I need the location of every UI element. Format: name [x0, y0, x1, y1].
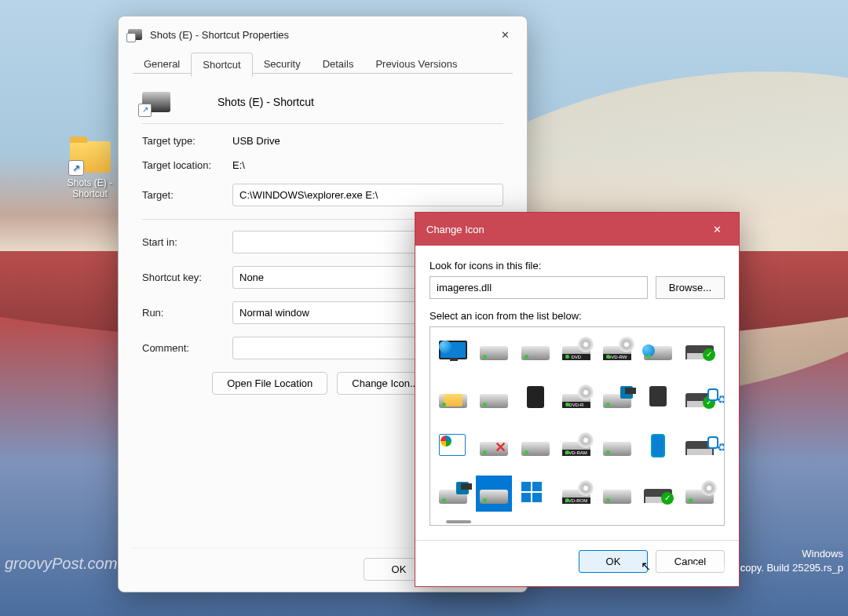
change-icon-title: Change Icon — [426, 224, 706, 235]
icon-drive-selected[interactable] — [476, 476, 512, 512]
browse-button[interactable]: Browse... — [656, 276, 725, 299]
titlebar[interactable]: Shots (E) - Shortcut Properties ✕ — [119, 16, 527, 46]
icon-printer-check[interactable]: ✓ — [682, 332, 718, 368]
icon-drive-save[interactable] — [599, 380, 635, 416]
icon-windows[interactable] — [517, 476, 554, 512]
icon-dvd-rw[interactable]: DVD-RW — [599, 332, 635, 368]
tab-shortcut[interactable]: Shortcut — [191, 53, 252, 77]
label-start-in: Start in: — [142, 236, 232, 248]
label-target-location: Target location: — [142, 159, 232, 171]
label-look-for-icons: Look for icons in this file: — [429, 260, 725, 272]
label-shortcut-key: Shortcut key: — [142, 272, 232, 283]
icon-printer-check-2[interactable]: ✓ — [640, 476, 676, 512]
icon-drive-small[interactable] — [599, 428, 635, 464]
icon-drive-alt[interactable] — [517, 428, 554, 464]
scrollbar-thumb[interactable] — [446, 520, 471, 523]
icon-drive-folder[interactable] — [435, 380, 471, 416]
icon-camera[interactable] — [640, 380, 676, 416]
icon-dvd-rom[interactable]: DVD-ROM — [558, 476, 594, 512]
change-icon-dialog: Change Icon ✕ Look for icons in this fil… — [415, 212, 740, 587]
icon-drive-bottom[interactable] — [599, 476, 635, 512]
icon-dvd[interactable]: DVD — [558, 332, 594, 368]
label-target-type: Target type: — [142, 135, 232, 147]
change-icon-ok-button[interactable]: OK — [579, 550, 648, 573]
label-select-icon: Select an icon from the list below: — [429, 310, 725, 322]
value-target-location: E:\ — [232, 159, 245, 171]
folder-shortcut-icon: ↗ — [70, 141, 111, 174]
icon-drive-plain[interactable] — [476, 380, 512, 416]
icon-list[interactable]: DVD DVD-RW ✓ DVD-R ✓ ✕ DVD-RAM DVD-ROM — [429, 326, 725, 526]
icon-phone[interactable] — [640, 428, 676, 464]
open-file-location-button[interactable]: Open File Location — [212, 372, 327, 395]
icon-printer-recycle-2[interactable] — [682, 428, 718, 464]
label-comment: Comment: — [142, 342, 232, 354]
desktop-shortcut[interactable]: ↗ Shots (E) - Shortcut — [57, 141, 123, 199]
icon-drive[interactable] — [517, 332, 554, 368]
icon-dvd-ram[interactable]: DVD-RAM — [558, 428, 594, 464]
header-title: Shots (E) - Shortcut — [217, 96, 314, 108]
icon-printer-recycle[interactable]: ✓ — [682, 380, 718, 416]
icon-drive-x[interactable]: ✕ — [476, 428, 512, 464]
icon-drive-globe[interactable] — [640, 332, 676, 368]
watermark-left: groovyPost.com — [5, 555, 117, 573]
window-title: Shots (E) - Shortcut Properties — [150, 29, 491, 41]
drive-shortcut-icon — [142, 92, 170, 112]
input-target[interactable] — [232, 184, 503, 206]
drive-shortcut-icon — [128, 29, 142, 40]
icon-dvd-r[interactable]: DVD-R — [558, 380, 594, 416]
close-button[interactable]: ✕ — [491, 24, 519, 46]
icon-control-panel[interactable] — [435, 428, 471, 464]
input-icon-file[interactable] — [429, 276, 648, 299]
change-icon-titlebar[interactable]: Change Icon ✕ — [415, 213, 739, 246]
watermark-right: Windows Evaluation copy. Build 25295.rs_… — [689, 547, 843, 575]
label-target: Target: — [142, 189, 232, 201]
icon-drive-save-2[interactable] — [435, 476, 471, 512]
shortcut-label: Shots (E) - Shortcut — [57, 177, 123, 199]
change-icon-close-button[interactable]: ✕ — [706, 221, 728, 237]
icon-chip[interactable] — [517, 380, 554, 416]
icon-drive-disc[interactable] — [682, 476, 718, 512]
icon-drive-floppy[interactable] — [476, 332, 512, 368]
value-target-type: USB Drive — [232, 135, 280, 147]
label-run: Run: — [142, 307, 232, 319]
icon-monitor-globe[interactable] — [435, 332, 471, 368]
